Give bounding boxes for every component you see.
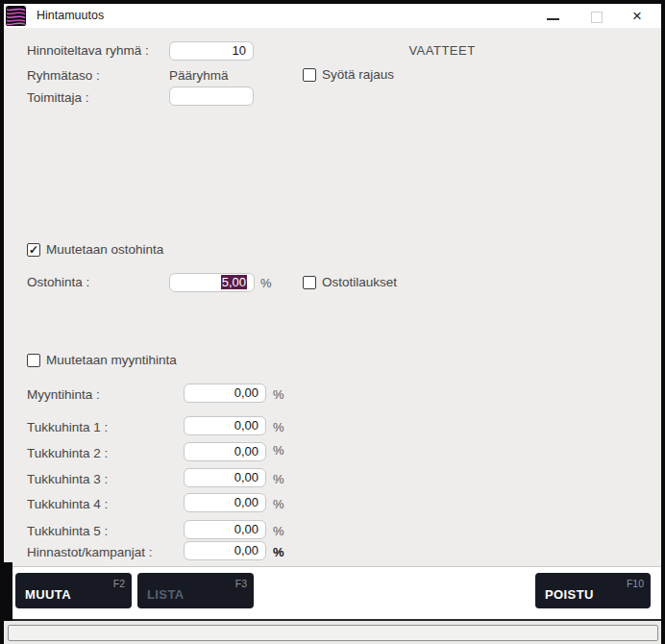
maximize-icon [591, 12, 603, 23]
ostotilaukset-label: Ostotilaukset [322, 275, 397, 290]
group-label: Hinnoiteltava ryhmä : [27, 41, 149, 61]
level-label: Ryhmätaso : [27, 66, 100, 86]
maximize-button[interactable] [586, 4, 607, 28]
tukkuhinta2-input[interactable]: 0,00 [184, 442, 266, 461]
tukkuhinta2-unit: % [273, 442, 284, 459]
muuta-button-label: MUUTA [25, 587, 71, 602]
hinnastot-unit: % [273, 544, 284, 561]
hinnastot-value: 0,00 [234, 543, 259, 557]
muutetaan-myyntihinta-checkbox[interactable] [27, 354, 40, 367]
tukkuhinta4-input[interactable]: 0,00 [184, 493, 266, 512]
close-icon: × [632, 5, 642, 27]
title-bar: Hintamuutos × [4, 4, 661, 28]
hintamuutos-window: Hintamuutos × Hinnoiteltava ryhmä : 10 V… [4, 4, 661, 644]
muuta-fkey-label: F2 [113, 578, 125, 589]
ostotilaukset-checkbox[interactable] [303, 276, 316, 289]
tukkuhinta3-input[interactable]: 0,00 [184, 468, 266, 487]
group-input[interactable]: 10 [169, 41, 254, 61]
tukkuhinta3-label: Tukkuhinta 3 : [27, 470, 108, 489]
close-button[interactable]: × [629, 4, 651, 28]
status-field [8, 625, 658, 641]
lista-fkey-label: F3 [235, 578, 247, 589]
tukkuhinta5-label: Tukkuhinta 5 : [27, 522, 108, 541]
syota-rajaus-label: Syötä rajaus [322, 67, 394, 83]
tukkuhinta4-unit: % [273, 496, 284, 513]
tukkuhinta1-unit: % [273, 419, 284, 436]
muutetaan-ostohinta-label: Muutetaan ostohinta [46, 242, 163, 258]
tukkuhinta3-value: 0,00 [234, 470, 259, 484]
ostohinta-label: Ostohinta : [27, 273, 89, 292]
myyntihinta-input[interactable]: 0,00 [184, 384, 266, 403]
level-value: Pääryhmä [169, 66, 229, 86]
tukkuhinta1-input[interactable]: 0,00 [184, 416, 266, 435]
hinnastot-input[interactable]: 0,00 [184, 541, 266, 560]
group-value: 10 [233, 43, 246, 58]
hinnastot-label: Hinnastot/kampanjat : [27, 543, 153, 562]
tukkuhinta5-unit: % [273, 523, 284, 540]
syota-rajaus-checkbox[interactable] [303, 68, 316, 82]
status-bar [4, 621, 661, 644]
muutetaan-ostohinta-checkbox[interactable]: ✓ [27, 243, 40, 257]
minimize-icon [547, 18, 559, 20]
myyntihinta-label: Myyntihinta : [27, 385, 100, 405]
supplier-input[interactable] [169, 87, 254, 106]
muuta-button[interactable]: F2 MUUTA [15, 573, 132, 608]
group-name-label: VAATTEET [384, 43, 500, 58]
myyntihinta-unit: % [273, 386, 284, 404]
lista-button-label: LISTA [147, 587, 185, 602]
tukkuhinta2-label: Tukkuhinta 2 : [27, 444, 108, 463]
tukkuhinta4-value: 0,00 [234, 495, 259, 509]
minimize-button[interactable] [543, 4, 564, 28]
myyntihinta-value: 0,00 [234, 385, 259, 400]
muutetaan-myyntihinta-label: Muutetaan myyntihinta [46, 353, 177, 368]
tukkuhinta1-label: Tukkuhinta 1 : [27, 418, 108, 437]
tukkuhinta2-value: 0,00 [234, 444, 259, 458]
background-window-edge [0, 562, 12, 621]
poistu-fkey-label: F10 [627, 578, 644, 589]
tukkuhinta1-value: 0,00 [234, 418, 259, 433]
form-area: Hinnoiteltava ryhmä : 10 VAATTEET Ryhmät… [4, 28, 661, 566]
ostohinta-input[interactable]: 5,00 [169, 273, 255, 292]
button-bar: F2 MUUTA F3 LISTA F10 POISTU [4, 566, 661, 621]
app-icon [6, 6, 26, 26]
tukkuhinta5-value: 0,00 [234, 522, 259, 536]
supplier-label: Toimittaja : [27, 88, 89, 108]
poistu-button[interactable]: F10 POISTU [535, 573, 651, 608]
lista-button[interactable]: F3 LISTA [137, 573, 254, 608]
poistu-button-label: POISTU [545, 587, 594, 602]
ostohinta-unit: % [260, 275, 272, 292]
tukkuhinta5-input[interactable]: 0,00 [184, 520, 266, 539]
tukkuhinta4-label: Tukkuhinta 4 : [27, 495, 108, 514]
tukkuhinta3-unit: % [273, 471, 284, 488]
ostohinta-value-selected: 5,00 [221, 275, 247, 289]
window-title: Hintamuutos [37, 4, 104, 28]
